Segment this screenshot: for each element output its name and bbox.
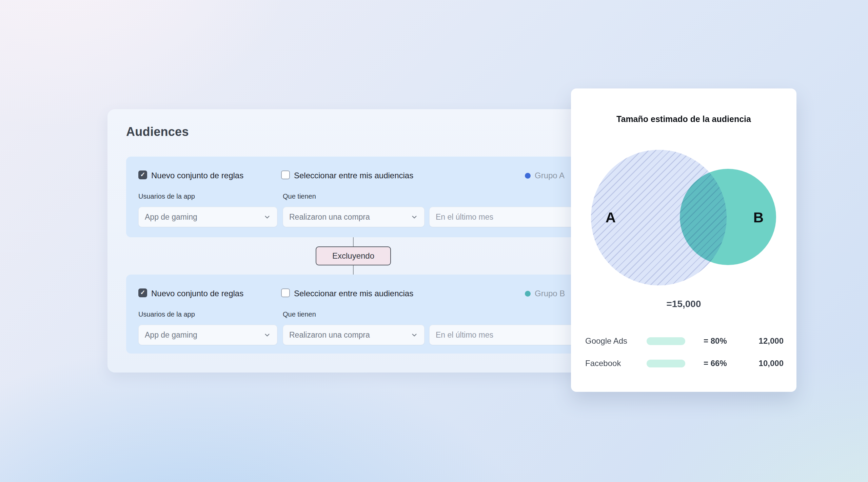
stat-percent: = 80% xyxy=(704,336,744,346)
action-select-value: Realizaron una compra xyxy=(289,330,370,340)
period-input[interactable] xyxy=(436,325,585,345)
rule-group-a-card: Nuevo conjunto de reglas Seleccionar ent… xyxy=(126,157,597,237)
venn-label-b: B xyxy=(747,208,770,227)
app-type-select-value: App de gaming xyxy=(145,330,197,340)
app-type-select-value: App de gaming xyxy=(145,213,197,222)
action-select[interactable]: Realizaron una compra xyxy=(283,325,425,345)
chevron-down-icon xyxy=(411,331,418,339)
group-a-dot-icon xyxy=(525,173,531,179)
group-b-badge: Grupo B xyxy=(525,289,565,298)
group-b-dot-icon xyxy=(525,291,531,297)
progress-bar xyxy=(647,337,685,345)
group-a-badge: Grupo A xyxy=(525,171,565,180)
exclude-button[interactable]: Excluyendo xyxy=(316,246,391,265)
new-rules-checkbox[interactable] xyxy=(138,170,147,179)
users-field-label: Usuarios de la app xyxy=(138,310,195,318)
page-title: Audiences xyxy=(126,125,189,139)
stat-row-facebook: Facebook = 66% 10,000 xyxy=(585,355,784,372)
app-type-select[interactable]: App de gaming xyxy=(138,325,277,345)
users-field-label: Usuarios de la app xyxy=(138,193,195,200)
chevron-down-icon xyxy=(263,213,271,221)
select-audiences-checkbox[interactable] xyxy=(281,170,290,179)
progress-bar xyxy=(647,360,685,367)
rule-group-b-card: Nuevo conjunto de reglas Seleccionar ent… xyxy=(126,275,597,354)
select-audiences-label: Seleccionar entre mis audiencias xyxy=(294,171,413,180)
new-rules-checkbox[interactable] xyxy=(138,288,147,297)
group-b-label: Grupo B xyxy=(535,289,565,298)
chevron-down-icon xyxy=(263,331,271,339)
select-audiences-checkbox[interactable] xyxy=(281,288,290,297)
chevron-down-icon xyxy=(411,213,418,221)
app-type-select[interactable]: App de gaming xyxy=(138,207,277,227)
stat-value: 10,000 xyxy=(759,359,784,368)
stat-row-google-ads: Google Ads = 80% 12,000 xyxy=(585,332,784,350)
action-select[interactable]: Realizaron una compra xyxy=(283,207,425,227)
estimated-total: =15,000 xyxy=(571,299,796,309)
channel-stats: Google Ads = 80% 12,000 Facebook = 66% 1… xyxy=(585,332,784,377)
period-field[interactable] xyxy=(429,325,591,345)
stat-label: Facebook xyxy=(585,359,647,368)
group-a-label: Grupo A xyxy=(535,171,565,180)
estimate-card: Tamaño estimado de la audiencia A B =15,… xyxy=(571,88,796,392)
have-field-label: Que tienen xyxy=(283,193,316,200)
new-rules-label: Nuevo conjunto de reglas xyxy=(151,171,243,180)
have-field-label: Que tienen xyxy=(283,310,316,318)
venn-label-a: A xyxy=(599,208,623,227)
stat-percent: = 66% xyxy=(704,359,744,368)
period-input[interactable] xyxy=(436,207,585,227)
period-field[interactable] xyxy=(429,207,591,227)
select-audiences-label: Seleccionar entre mis audiencias xyxy=(294,289,413,298)
stat-label: Google Ads xyxy=(585,336,647,346)
action-select-value: Realizaron una compra xyxy=(289,213,370,222)
new-rules-label: Nuevo conjunto de reglas xyxy=(151,289,243,298)
audiences-panel: Audiences Nuevo conjunto de reglas Selec… xyxy=(107,109,604,373)
stat-value: 12,000 xyxy=(759,336,784,346)
